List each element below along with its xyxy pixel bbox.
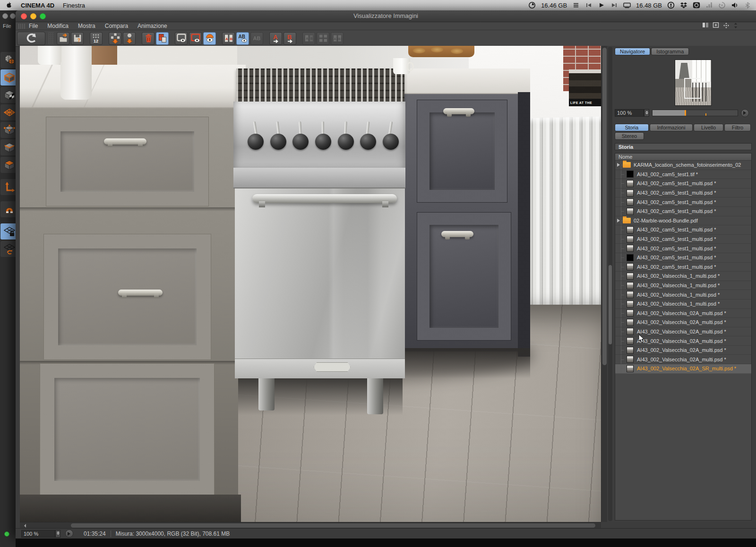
stove-leg [367, 376, 383, 414]
tab-filtro[interactable]: Filtro [724, 124, 751, 131]
swap-ab-icon[interactable]: AB [302, 32, 315, 45]
history-item[interactable]: 02-Marble-wood-Bundle.pdf [615, 216, 751, 226]
tab-livello[interactable]: Livello [694, 124, 723, 131]
drag-grip[interactable] [18, 24, 25, 29]
history-item[interactable]: AI43_002_cam5_test1_multi.psd * [615, 225, 751, 235]
viewer-menu-compara[interactable]: Compara [105, 23, 128, 29]
play-icon[interactable] [598, 1, 605, 9]
history-item[interactable]: AI43_002_cam5_test1_multi.psd * [615, 263, 751, 272]
history-item[interactable]: AI43_002_Valsecchia_02A_multi.psd * [615, 355, 751, 364]
history-item[interactable]: AI43_002_Valsecchia_02A_multi.psd * [615, 327, 751, 337]
volume-icon[interactable] [731, 1, 739, 9]
history-item[interactable]: AI43_002_cam5_test1_multi.psd * [615, 179, 751, 188]
history-item[interactable]: AI43_002_Valsecchia_1_multi.psd * [615, 281, 751, 291]
show-image-icon[interactable] [175, 32, 188, 45]
history-item[interactable]: AI43_002_Valsecchia_02A_multi.psd * [615, 318, 751, 327]
viewer-menu-modifica[interactable]: Modifica [47, 23, 69, 29]
history-item[interactable]: AI43_002_cam5_test1_multi.psd * [615, 235, 751, 244]
tab-istogramma[interactable]: Istogramma [651, 48, 689, 55]
menubar-app-name[interactable]: CINEMA 4D [21, 2, 54, 9]
history-item[interactable]: AI43_002_Valsecchia_02A_multi.psd * [615, 336, 751, 346]
link-ab-icon[interactable]: A1B1 [331, 32, 344, 45]
history-item[interactable]: AI43_002_Valsecchia_1_multi.psd * [615, 290, 751, 299]
scroll-left-arrow-icon[interactable] [22, 524, 26, 528]
status-zoom-stepper[interactable] [55, 530, 60, 538]
titlebar[interactable]: Visualizzatore Immagini [16, 10, 756, 22]
bg-traffic-light[interactable] [2, 13, 8, 19]
bg-file-menu[interactable]: File [3, 23, 11, 29]
grid-ab-icon[interactable] [317, 32, 329, 45]
history-list: Nome KARMA_location_schema_fotoinserimen… [615, 153, 752, 521]
save-icon[interactable]: ? [71, 32, 84, 45]
history-item[interactable]: AI43_002_Valsecchia_1_multi.psd * [615, 299, 751, 309]
ab-compare-icon[interactable]: AB [236, 32, 249, 45]
skip-back-icon[interactable] [585, 1, 593, 9]
layer-manager-icon[interactable] [156, 32, 169, 45]
tab-storia[interactable]: Storia [615, 124, 649, 131]
render-queue-icon[interactable]: 12 [90, 32, 103, 45]
viewer-menu-animazione[interactable]: Animazione [137, 23, 167, 29]
move-pane-icon[interactable] [723, 22, 730, 30]
onepassword-icon[interactable] [667, 1, 675, 9]
creative-cloud-icon[interactable] [693, 1, 700, 9]
history-item[interactable]: AI43_002_Valsecchia_1_multi.psd * [615, 272, 751, 281]
vertical-scrollbar-thumb[interactable] [602, 48, 607, 365]
history-item[interactable]: AI43_002_cam5_test1.tif * [615, 170, 751, 179]
viewer-menu-mostra[interactable]: Mostra [78, 23, 95, 29]
show-mask-icon[interactable] [203, 32, 216, 45]
column-header-nome[interactable]: Nome [615, 154, 751, 161]
history-item[interactable]: AI43_002_cam5_test1_multi.psd * [615, 207, 751, 216]
play-button[interactable] [741, 109, 749, 117]
prev-image-icon[interactable] [109, 32, 121, 45]
list-icon[interactable] [572, 1, 580, 9]
time-machine-icon[interactable] [718, 1, 726, 9]
navigator-view-rectangle[interactable] [684, 78, 701, 99]
navigator-preview[interactable] [675, 60, 712, 106]
tab-stereo[interactable]: Stereo [615, 132, 644, 140]
timer-icon[interactable] [528, 1, 536, 9]
horizontal-scrollbar-thumb[interactable] [71, 523, 595, 528]
zoom-slider-marker[interactable] [685, 110, 686, 116]
set-image-a-icon[interactable]: A [269, 32, 282, 45]
next-image-icon[interactable] [123, 32, 136, 45]
bluetooth-icon[interactable] [744, 1, 751, 9]
show-border-icon[interactable] [189, 32, 202, 45]
history-item[interactable]: AI43_002_Valsecchia_02A_SR_multi.psd * [615, 364, 751, 374]
menubar-menu-finestra[interactable]: Finestra [63, 2, 85, 9]
image-viewport[interactable]: LIFE AT THE [20, 46, 601, 522]
levels-icon[interactable] [705, 1, 713, 9]
status-play-button[interactable] [65, 530, 73, 538]
panel-scrollbar[interactable] [608, 47, 612, 521]
vertical-scrollbar[interactable] [601, 46, 607, 522]
history-item[interactable]: AI43_002_Valsecchia_02A_multi.psd * [615, 309, 751, 318]
history-item[interactable]: KARMA_location_schema_fotoinserimento_02 [615, 161, 751, 170]
set-image-b-icon[interactable]: B [284, 32, 296, 45]
apple-menu-icon[interactable] [5, 1, 12, 9]
display-icon[interactable] [623, 1, 631, 9]
ab-off-icon[interactable]: AB [250, 32, 263, 45]
history-item[interactable]: AI43_002_cam5_test1_multi.psd * [615, 244, 751, 253]
panel-scrollbar-thumb[interactable] [609, 265, 612, 344]
tab-informazioni[interactable]: Informazioni [650, 124, 693, 131]
zoom-stepper[interactable] [644, 109, 649, 117]
add-pane-icon[interactable] [713, 22, 719, 30]
horizontal-scrollbar[interactable] [20, 522, 601, 528]
ab-split-icon[interactable]: AB [222, 32, 235, 45]
viewer-menu-file[interactable]: File [29, 23, 38, 29]
history-item[interactable]: AI43_002_cam5_test1_multi.psd * [615, 253, 751, 263]
zoom-value-box[interactable]: 100 % [615, 109, 644, 117]
history-item[interactable]: AI43_002_cam5_test1_multi.psd * [615, 197, 751, 207]
zoom-slider[interactable] [652, 110, 738, 116]
delete-image-icon[interactable] [142, 32, 155, 45]
history-item[interactable]: AI43_002_Valsecchia_02A_multi.psd * [615, 346, 751, 355]
bg-traffic-light[interactable] [10, 13, 16, 19]
skip-forward-icon[interactable] [610, 1, 618, 9]
undo-icon[interactable] [17, 32, 45, 45]
split-view-icon[interactable] [702, 22, 709, 30]
history-item[interactable]: AI43_002_cam5_test1_multi.psd * [615, 188, 751, 198]
status-zoom-box[interactable]: 100 % [21, 530, 55, 538]
resize-pane-icon[interactable] [733, 22, 738, 30]
open-icon[interactable] [57, 32, 69, 45]
tab-navigatore[interactable]: Navigatore [615, 48, 650, 55]
dropbox-icon[interactable] [680, 1, 687, 9]
